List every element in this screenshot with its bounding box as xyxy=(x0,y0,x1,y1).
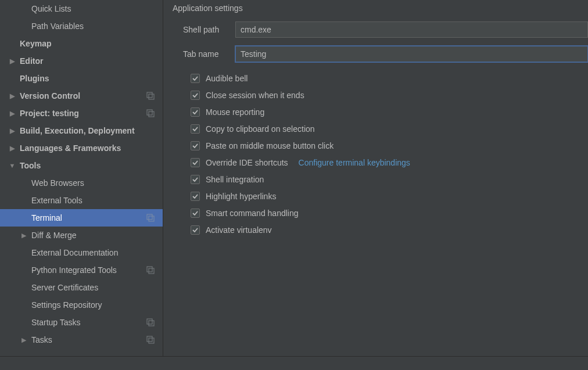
svg-rect-3 xyxy=(149,112,154,117)
sidebar-item-keymap[interactable]: Keymap xyxy=(0,35,163,52)
section-title-application-settings: Application settings xyxy=(163,0,588,17)
sidebar-item-label: Web Browsers xyxy=(31,178,163,188)
checkbox-label: Close session when it ends xyxy=(206,91,304,100)
sidebar-item-label: Tasks xyxy=(31,335,163,344)
checkbox[interactable] xyxy=(191,209,200,218)
sidebar-item-label: Version Control xyxy=(20,91,163,100)
checkbox-label: Smart command handling xyxy=(206,209,299,218)
checkbox-label: Audible bell xyxy=(206,74,248,83)
checkbox-label: Highlight hyperlinks xyxy=(206,192,276,201)
sidebar-item-label: Editor xyxy=(20,56,163,66)
checkbox-row-paste-on-middle-mouse-button-click: Paste on middle mouse button click xyxy=(191,137,588,154)
project-scope-icon xyxy=(146,109,155,117)
sidebar-item-label: Build, Execution, Deployment xyxy=(20,126,163,135)
checkbox[interactable] xyxy=(191,175,200,184)
sidebar-item-label: Python Integrated Tools xyxy=(31,265,163,275)
sidebar-item-label: Startup Tasks xyxy=(31,318,163,327)
project-scope-icon xyxy=(146,336,155,344)
sidebar-item-label: Tools xyxy=(20,161,163,170)
checkbox[interactable] xyxy=(191,225,200,235)
sidebar-item-startup-tasks[interactable]: Startup Tasks xyxy=(0,314,163,331)
svg-rect-0 xyxy=(147,92,152,98)
checkbox-label: Override IDE shortcuts xyxy=(206,158,288,167)
sidebar-item-diff-merge[interactable]: ▶Diff & Merge xyxy=(0,227,163,244)
chevron-down-icon: ▼ xyxy=(9,163,15,168)
chevron-right-icon: ▶ xyxy=(9,128,15,134)
chevron-right-icon: ▶ xyxy=(9,145,15,151)
sidebar-item-label: Quick Lists xyxy=(31,4,163,13)
checkbox-row-highlight-hyperlinks: Highlight hyperlinks xyxy=(191,188,588,204)
bottom-bar xyxy=(0,356,588,370)
sidebar-item-languages-frameworks[interactable]: ▶Languages & Frameworks xyxy=(0,139,163,157)
checkbox-row-audible-bell: Audible bell xyxy=(191,70,588,87)
sidebar-item-editor[interactable]: ▶Editor xyxy=(0,52,163,70)
settings-sidebar[interactable]: Quick ListsPath VariablesKeymap▶EditorPl… xyxy=(0,0,163,356)
checkbox[interactable] xyxy=(191,74,200,83)
chevron-right-icon: ▶ xyxy=(9,110,15,116)
sidebar-item-plugins[interactable]: Plugins xyxy=(0,70,163,87)
checkbox[interactable] xyxy=(191,141,200,150)
configure-keybindings-link[interactable]: Configure terminal keybindings xyxy=(299,158,410,167)
sidebar-item-quick-lists[interactable]: Quick Lists xyxy=(0,0,163,17)
checkbox-row-shell-integration: Shell integration xyxy=(191,171,588,188)
svg-rect-6 xyxy=(147,267,152,272)
sidebar-item-external-tools[interactable]: External Tools xyxy=(0,192,163,209)
label-tab-name: Tab name xyxy=(183,49,235,59)
sidebar-item-project-testing[interactable]: ▶Project: testing xyxy=(0,105,163,122)
svg-rect-4 xyxy=(147,214,152,220)
checkbox-row-close-session-when-it-ends: Close session when it ends xyxy=(191,87,588,103)
svg-rect-9 xyxy=(149,321,154,326)
project-scope-icon xyxy=(146,214,155,222)
svg-rect-1 xyxy=(149,94,154,99)
sidebar-item-label: Project: testing xyxy=(20,109,163,118)
sidebar-item-label: External Tools xyxy=(31,196,163,205)
sidebar-item-label: Diff & Merge xyxy=(31,231,163,240)
svg-rect-2 xyxy=(147,110,152,115)
checkbox-label: Shell integration xyxy=(206,175,264,184)
checkbox-row-activate-virtualenv: Activate virtualenv xyxy=(191,221,588,238)
sidebar-item-python-integrated-tools[interactable]: Python Integrated Tools xyxy=(0,261,163,279)
sidebar-item-terminal[interactable]: Terminal xyxy=(0,209,163,227)
sidebar-item-label: Path Variables xyxy=(31,21,163,31)
sidebar-item-settings-repository[interactable]: Settings Repository xyxy=(0,296,163,314)
sidebar-item-tools[interactable]: ▼Tools xyxy=(0,157,163,174)
chevron-right-icon: ▶ xyxy=(21,337,27,343)
sidebar-item-build-execution-deployment[interactable]: ▶Build, Execution, Deployment xyxy=(0,122,163,139)
chevron-right-icon: ▶ xyxy=(9,93,15,99)
chevron-right-icon: ▶ xyxy=(21,232,27,238)
sidebar-item-server-certificates[interactable]: Server Certificates xyxy=(0,279,163,296)
sidebar-item-web-browsers[interactable]: Web Browsers xyxy=(0,174,163,192)
checkbox-row-mouse-reporting: Mouse reporting xyxy=(191,103,588,120)
checkbox-label: Activate virtualenv xyxy=(206,225,272,235)
sidebar-item-external-documentation[interactable]: External Documentation xyxy=(0,244,163,261)
project-scope-icon xyxy=(146,92,155,100)
checkbox-list: Audible bellClose session when it endsMo… xyxy=(163,66,588,238)
checkbox[interactable] xyxy=(191,124,200,134)
checkbox-row-override-ide-shortcuts: Override IDE shortcutsConfigure terminal… xyxy=(191,154,588,171)
sidebar-item-version-control[interactable]: ▶Version Control xyxy=(0,87,163,105)
project-scope-icon xyxy=(146,266,155,274)
sidebar-item-label: Server Certificates xyxy=(31,283,163,292)
sidebar-item-path-variables[interactable]: Path Variables xyxy=(0,17,163,35)
checkbox-row-smart-command-handling: Smart command handling xyxy=(191,204,588,221)
settings-content: Application settings Shell path Tab name… xyxy=(163,0,588,356)
checkbox-label: Paste on middle mouse button click xyxy=(206,141,334,150)
svg-rect-10 xyxy=(147,336,152,342)
checkbox-label: Mouse reporting xyxy=(206,107,264,117)
checkbox[interactable] xyxy=(191,192,200,201)
sidebar-item-label: Terminal xyxy=(31,213,163,222)
shell-path-input[interactable] xyxy=(235,21,588,38)
sidebar-item-label: Settings Repository xyxy=(31,300,163,310)
checkbox[interactable] xyxy=(191,158,200,167)
checkbox[interactable] xyxy=(191,91,200,100)
checkbox-label: Copy to clipboard on selection xyxy=(206,124,315,134)
svg-rect-11 xyxy=(149,338,154,343)
chevron-right-icon: ▶ xyxy=(9,58,15,64)
checkbox[interactable] xyxy=(191,107,200,117)
sidebar-item-label: External Documentation xyxy=(31,248,163,257)
sidebar-item-tasks[interactable]: ▶Tasks xyxy=(0,331,163,349)
svg-rect-5 xyxy=(149,216,154,221)
tab-name-input[interactable] xyxy=(235,46,588,62)
sidebar-item-label: Languages & Frameworks xyxy=(20,143,163,153)
label-shell-path: Shell path xyxy=(183,25,235,34)
